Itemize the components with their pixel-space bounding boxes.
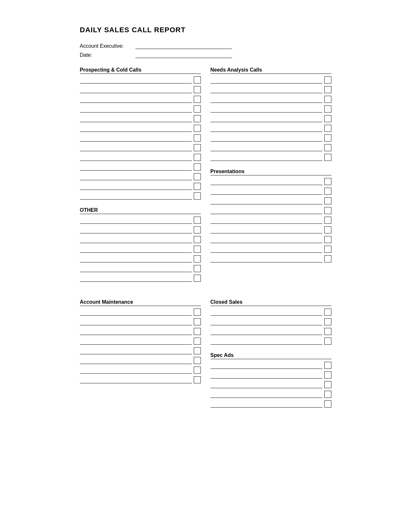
list-item [210, 381, 331, 388]
list-item [80, 265, 201, 272]
list-item [210, 154, 331, 161]
prospecting-section: Prospecting & Cold Calls [80, 67, 201, 200]
list-item [80, 105, 201, 113]
bottom-right-column: Closed Sales Spec Ads [210, 299, 331, 415]
list-item [80, 217, 201, 224]
list-item [210, 328, 331, 335]
header-fields: Account Executive: Date: [80, 43, 331, 58]
spec-ads-section: Spec Ads [210, 352, 331, 408]
needs-analysis-section: Needs Analysis Calls [210, 67, 331, 161]
list-item [80, 173, 201, 180]
account-executive-label: Account Executive: [80, 43, 132, 49]
closed-sales-title: Closed Sales [210, 299, 331, 306]
date-label: Date: [80, 52, 132, 58]
list-item [210, 178, 331, 185]
list-item [80, 76, 201, 84]
list-item [80, 347, 201, 354]
list-item [80, 255, 201, 262]
list-item [210, 309, 331, 316]
list-item [80, 246, 201, 253]
closed-sales-section: Closed Sales [210, 299, 331, 345]
list-item [80, 328, 201, 335]
account-executive-row: Account Executive: [80, 43, 331, 49]
list-item [80, 192, 201, 200]
list-item [80, 86, 201, 93]
date-row: Date: [80, 52, 331, 58]
other-title: OTHER [80, 207, 201, 214]
bottom-left-column: Account Maintenance [80, 299, 201, 415]
list-item [80, 96, 201, 103]
list-item [80, 154, 201, 161]
list-item [210, 207, 331, 214]
list-item [210, 236, 331, 243]
list-item [80, 367, 201, 374]
list-item [210, 318, 331, 325]
list-item [210, 125, 331, 132]
list-item [80, 226, 201, 233]
list-item [210, 338, 331, 345]
list-item [210, 144, 331, 151]
list-item [210, 371, 331, 379]
list-item [80, 309, 201, 316]
list-item [210, 188, 331, 195]
report-title: DAILY SALES CALL REPORT [80, 26, 331, 34]
spec-ads-title: Spec Ads [210, 352, 331, 359]
list-item [80, 376, 201, 383]
list-item [80, 115, 201, 122]
needs-analysis-title: Needs Analysis Calls [210, 67, 331, 74]
list-item [210, 197, 331, 204]
list-item [210, 255, 331, 262]
list-item [80, 144, 201, 151]
prospecting-title: Prospecting & Cold Calls [80, 67, 201, 74]
list-item [80, 357, 201, 364]
list-item [210, 76, 331, 84]
presentations-section: Presentations [210, 169, 331, 262]
right-column: Needs Analysis Calls Presentations [210, 67, 331, 290]
account-executive-line [135, 43, 232, 49]
list-item [80, 338, 201, 345]
list-item [80, 318, 201, 325]
list-item [210, 226, 331, 233]
presentations-title: Presentations [210, 169, 331, 175]
other-section: OTHER [80, 207, 201, 282]
top-columns: Prospecting & Cold Calls OTHER [80, 67, 331, 290]
list-item [210, 217, 331, 224]
list-item [210, 400, 331, 408]
list-item [80, 275, 201, 282]
list-item [210, 134, 331, 142]
account-maintenance-title: Account Maintenance [80, 299, 201, 306]
list-item [80, 183, 201, 190]
list-item [210, 246, 331, 253]
list-item [80, 163, 201, 171]
list-item [210, 115, 331, 122]
list-item [210, 391, 331, 398]
list-item [80, 236, 201, 243]
bottom-columns: Account Maintenance Closed Sales [80, 299, 331, 415]
list-item [210, 105, 331, 113]
left-column: Prospecting & Cold Calls OTHER [80, 67, 201, 290]
date-line [135, 52, 232, 58]
list-item [80, 125, 201, 132]
list-item [210, 96, 331, 103]
list-item [210, 362, 331, 369]
account-maintenance-section: Account Maintenance [80, 299, 201, 383]
page: DAILY SALES CALL REPORT Account Executiv… [61, 0, 351, 441]
list-item [210, 86, 331, 93]
list-item [80, 134, 201, 142]
